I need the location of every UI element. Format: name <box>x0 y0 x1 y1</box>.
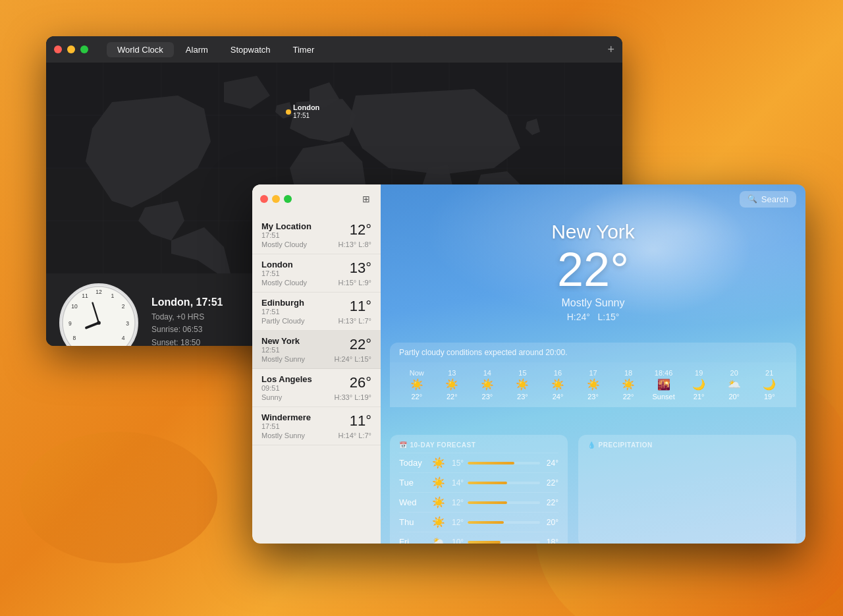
hourly-forecast-section: Partly cloudy conditions expected around… <box>381 343 805 407</box>
location-temp: 22° <box>350 336 371 353</box>
hourly-temp: 22° <box>623 393 634 401</box>
hourly-temp: 19° <box>764 393 775 401</box>
tab-alarm[interactable]: Alarm <box>175 42 219 57</box>
location-temp: 26° <box>350 374 371 391</box>
list-item[interactable]: Windermere 17:51 11° Mostly Sunny H:14° … <box>252 407 381 445</box>
svg-text:2: 2 <box>122 303 125 310</box>
search-bar[interactable]: 🔍 Search <box>740 191 796 208</box>
tab-timer[interactable]: Timer <box>283 42 325 57</box>
clock-titlebar: World Clock Alarm Stopwatch Timer + <box>46 36 622 63</box>
weather-app-window: ⊞ My Location 17:51 12° Mostly Cloudy H:… <box>252 184 805 544</box>
sidebar-toggle-button[interactable]: ⊞ <box>360 192 373 206</box>
location-hilo: H:15° L:9° <box>339 279 371 287</box>
forecast-row: Thu ☀️ 12° 20° <box>399 512 558 532</box>
hourly-item: 15 ☀️ 23° <box>505 369 541 401</box>
location-condition: Mostly Sunny <box>261 355 305 363</box>
forecast-icon: ☀️ <box>432 496 445 509</box>
analog-clock: 12 3 6 9 1 2 4 5 7 8 10 11 <box>59 283 138 346</box>
forecast-row: Wed ☀️ 12° 22° <box>399 492 558 512</box>
svg-text:7: 7 <box>84 345 87 346</box>
forecast-low: 12° <box>452 498 464 507</box>
hourly-time: 17 <box>589 369 597 377</box>
forecast-day: Fri <box>399 537 432 544</box>
list-item[interactable]: Edinburgh 17:51 11° Partly Cloudy H:13° … <box>252 293 381 331</box>
svg-text:8: 8 <box>73 335 76 341</box>
location-hilo: H:13° L:7° <box>339 317 371 325</box>
add-clock-button[interactable]: + <box>607 43 614 57</box>
weather-minimize-button[interactable] <box>272 195 280 203</box>
location-time: 17:51 <box>261 308 304 316</box>
search-label: Search <box>761 194 788 204</box>
hourly-time: 15 <box>518 369 526 377</box>
svg-text:10: 10 <box>71 303 78 310</box>
forecast-icon: ☀️ <box>432 516 445 528</box>
weather-low: L:15° <box>597 312 619 322</box>
ten-day-forecast: 📅 10-Day Forecast Today ☀️ 15° 24° Tue ☀… <box>390 435 568 544</box>
precip-header: 💧 Precipitation <box>587 441 787 449</box>
hourly-alert: Partly cloudy conditions expected around… <box>390 343 796 362</box>
forecast-low: 14° <box>452 478 464 488</box>
list-item[interactable]: Los Angeles 09:51 26° Sunny H:33° L:19° <box>252 369 381 407</box>
location-city: New York <box>261 336 300 346</box>
hourly-item: 18:46 🌇 Sunset <box>646 369 682 401</box>
forecast-low: 12° <box>452 518 464 527</box>
svg-text:17:51: 17:51 <box>293 112 310 119</box>
svg-text:12: 12 <box>95 289 102 295</box>
forecast-bar <box>468 501 507 504</box>
svg-text:9: 9 <box>68 320 72 327</box>
close-button[interactable] <box>54 45 62 53</box>
hourly-temp: 22° <box>411 393 422 401</box>
sun-icon: ☀️ <box>622 379 635 390</box>
location-hilo: H:33° L:19° <box>335 393 372 401</box>
sunset-icon: 🌇 <box>657 379 670 390</box>
location-hilo: H:14° L:7° <box>339 432 371 439</box>
forecast-icon: ☀️ <box>432 457 445 469</box>
weather-hilo: H:24° L:15° <box>381 312 805 322</box>
location-condition: Partly Cloudy <box>261 317 304 325</box>
hourly-time: 19 <box>695 369 703 377</box>
precip-icon: 💧 <box>587 441 596 449</box>
location-condition: Mostly Cloudy <box>261 279 307 287</box>
weather-maximize-button[interactable] <box>284 195 292 203</box>
hourly-temp: 23° <box>517 393 528 401</box>
sun-icon: ☀️ <box>516 379 529 390</box>
hourly-item: 13 ☀️ 22° <box>435 369 470 401</box>
location-city: Los Angeles <box>261 374 312 384</box>
list-item[interactable]: New York 12:51 22° Mostly Sunny H:24° L:… <box>252 331 381 369</box>
forecast-row: Fri 🌥️ 10° 18° <box>399 532 558 544</box>
location-hilo: H:13° L:8° <box>339 240 371 248</box>
maximize-button[interactable] <box>80 45 88 53</box>
hourly-time: 13 <box>448 369 456 377</box>
forecast-high: 22° <box>547 478 558 488</box>
hourly-temp: 24° <box>553 393 564 401</box>
forecast-row: Today ☀️ 15° 24° <box>399 453 558 472</box>
forecast-bar <box>468 462 514 464</box>
weather-condition: Mostly Sunny <box>381 297 805 309</box>
tab-stopwatch[interactable]: Stopwatch <box>220 42 281 57</box>
location-hilo: H:24° L:15° <box>335 355 372 363</box>
forecast-high: 18° <box>547 538 558 544</box>
weather-main-header: 🔍 Search <box>381 184 805 213</box>
forecast-low: 10° <box>452 538 464 544</box>
list-item[interactable]: London 17:51 13° Mostly Cloudy H:15° L:9… <box>252 254 381 293</box>
sun-icon: ☀️ <box>551 379 564 390</box>
location-temp: 11° <box>350 412 371 430</box>
search-icon: 🔍 <box>748 194 757 204</box>
hourly-temp: 20° <box>728 393 740 401</box>
weather-city: New York <box>381 221 805 243</box>
forecast-day: Today <box>399 458 432 468</box>
forecast-bar-container <box>468 541 540 544</box>
sun-icon: ☀️ <box>445 379 458 390</box>
clock-today: Today, +0 HRS <box>151 311 223 323</box>
precipitation-section: 💧 Precipitation <box>578 435 796 544</box>
hourly-time: 18 <box>624 369 632 377</box>
hourly-temp: 21° <box>693 393 705 401</box>
hourly-item: 18 ☀️ 22° <box>611 369 646 401</box>
minimize-button[interactable] <box>67 45 75 53</box>
hourly-time: 20 <box>730 369 738 377</box>
list-item[interactable]: My Location 17:51 12° Mostly Cloudy H:13… <box>252 216 381 254</box>
forecast-day: Wed <box>399 497 432 507</box>
tab-world-clock[interactable]: World Clock <box>107 42 174 57</box>
weather-close-button[interactable] <box>260 195 268 203</box>
hourly-item: Now ☀️ 22° <box>399 369 435 401</box>
